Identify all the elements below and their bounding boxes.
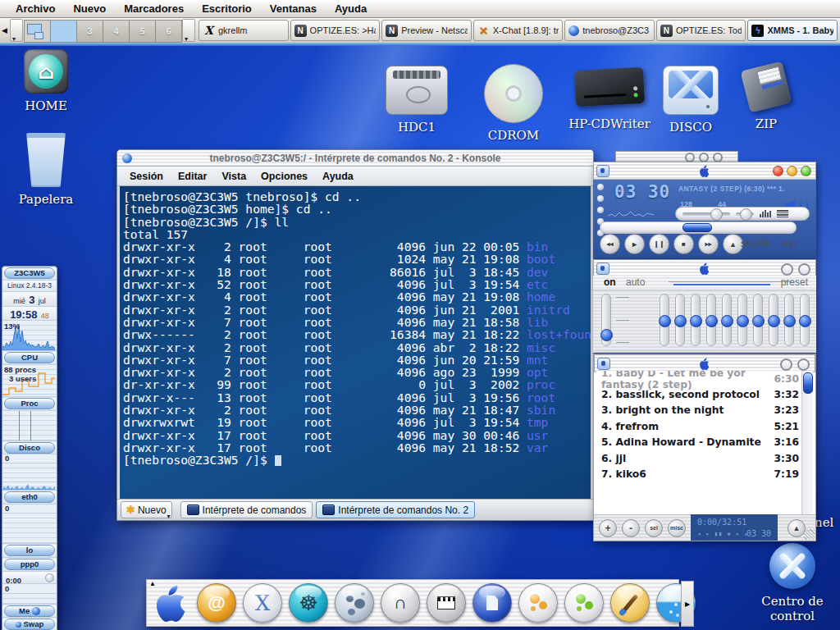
shuffle-toggle[interactable]: shuffle [741,237,772,249]
playback-time-display[interactable]: 03 30 [614,182,670,202]
eq-band-slider[interactable] [706,294,716,346]
select-button[interactable]: sel [645,519,663,537]
seek-bar[interactable] [600,221,797,234]
new-session-button[interactable]: ✱Nuevo [121,501,172,518]
x11-icon[interactable]: X [243,583,282,623]
previous-button[interactable]: ◂◂ [600,234,620,254]
next-button[interactable]: ▸▸ [698,234,719,254]
eq-band-slider[interactable] [784,294,794,346]
menu-ventanas[interactable]: Ventanas [261,2,326,15]
desktop-icon-cdwriter[interactable]: HP-CDWriter [564,69,655,131]
pager-desktop-5[interactable]: 5 [129,20,156,43]
gkrellm-proc-label[interactable]: Proc [4,398,55,409]
remove-track-button[interactable]: - [622,519,640,537]
mac-face-icon[interactable] [596,262,609,275]
apple-icon[interactable] [153,584,190,622]
close-button[interactable] [798,263,810,276]
terminal-output[interactable]: [tnebroso@Z3C3W5 tnebroso]$ cd ..[tnebro… [120,186,591,499]
playlist-scrollbar[interactable] [801,371,813,514]
konsole-menu-sesion[interactable]: Sesión [122,171,171,182]
globe-icon[interactable] [335,583,374,623]
equalizer-titlebar[interactable] [593,259,816,277]
misc-button[interactable]: misc [668,519,686,537]
task-button[interactable]: gkrellm [199,20,289,41]
pager-desktop-4[interactable]: 4 [103,20,130,43]
seek-thumb[interactable] [682,223,712,232]
playlist-item[interactable]: 7. kiko6 7:19 [596,466,802,482]
pager-desktop-6[interactable]: 6 [155,20,182,43]
helm-icon[interactable]: ☸ [289,583,328,623]
playlist-item[interactable]: 4. frefrom 5:21 [596,418,802,434]
shade-button[interactable] [781,263,793,276]
gkrellm-cpu-label[interactable]: CPU [4,352,55,363]
eq-band-slider[interactable] [675,294,685,346]
gkrellm-disk-label[interactable]: Disco [4,442,55,454]
add-track-button[interactable]: + [599,519,617,537]
eq-band-slider[interactable] [737,294,747,346]
menu-nuevo[interactable]: Nuevo [64,2,115,15]
menu-marcadores[interactable]: Marcadores [115,2,193,15]
task-button[interactable]: Preview - Netscap [381,20,472,41]
repeat-toggle[interactable]: rep [782,237,797,249]
eq-band-slider[interactable] [769,294,778,346]
close-button[interactable] [797,358,810,371]
mini-transport-icons[interactable]: ◂ ▸ ▮▮ ▪ ▸ ▴ [697,531,749,537]
gkrellm-timer[interactable]: 0:00 [2,572,57,584]
molecule-orange-icon[interactable] [518,583,558,623]
gkrellm-lo-label[interactable]: lo [4,545,55,556]
scrollbar-thumb[interactable] [803,372,813,394]
menu-ayuda[interactable]: Ayuda [326,2,376,15]
resize-grip[interactable] [804,529,815,540]
headphones-icon[interactable]: ∩ [381,583,420,623]
taskbar-grip[interactable] [182,19,195,42]
task-button[interactable]: tnebroso@Z3C3 [564,20,655,41]
shade-button[interactable] [801,166,811,176]
eq-band-slider[interactable] [660,294,669,346]
documents-icon[interactable] [472,583,512,623]
desktop-icon-zip[interactable]: ZIP [727,66,806,131]
pager-desktop-3[interactable]: 3 [76,20,103,43]
konsole-window-icon[interactable] [122,153,132,163]
minimize-button[interactable] [787,166,797,176]
konsole-menu-ayuda[interactable]: Ayuda [315,171,361,182]
analyzer-icon[interactable] [760,210,771,217]
mac-face-icon[interactable] [596,165,609,177]
eq-preset-button[interactable]: preset [781,276,808,288]
stop-button[interactable]: ■ [673,234,694,254]
menu-escritorio[interactable]: Escritorio [193,2,261,15]
konsole-menu-editar[interactable]: Editar [171,171,214,182]
play-button[interactable]: ▸ [624,234,645,254]
scope-lines-icon[interactable] [777,210,788,217]
playlist-eject-button[interactable]: ▲ [788,519,806,537]
gkrellm-mem-label[interactable]: Me [4,605,55,617]
desktop-icon-cdrom[interactable]: CDROM [474,64,553,143]
pager-desktop-2[interactable] [50,20,77,43]
eq-on-toggle[interactable]: on [604,276,616,288]
task-button[interactable]: XMMS - 1. Baby [747,20,838,41]
paintbrush-icon[interactable] [610,583,650,623]
close-button[interactable] [773,166,783,176]
mail-icon[interactable]: @ [197,583,236,623]
playlist-item[interactable]: 3. bright on the night 3:23 [596,403,802,418]
panel-grip[interactable] [10,19,23,42]
eq-band-slider[interactable] [753,294,763,346]
tab-session-2[interactable]: Intérprete de comandos No. 2 [316,501,475,518]
task-button[interactable]: OPTIZE.ES: Toda [656,20,746,41]
song-title-marquee[interactable]: ANTASY (2 STEP) (6:30) *** 1. [678,185,792,193]
eq-band-slider[interactable] [691,294,701,346]
playlist-item[interactable]: 5. Adina Howard - Dynamite 3:16 [596,435,802,450]
eq-band-slider[interactable] [722,294,732,346]
pager-desktop-1[interactable] [24,20,51,43]
volume-slider[interactable] [682,212,730,216]
gkrellm-hostname[interactable]: Z3C3W5 [4,267,55,279]
konsole-titlebar[interactable]: tnebroso@Z3C3W5:/ - Intérprete de comand… [117,150,593,167]
movie-icon[interactable] [427,583,466,623]
desktop-icon-disco[interactable]: DISCO [651,66,730,135]
eq-auto-toggle[interactable]: auto [626,276,645,288]
desktop-icon-home[interactable]: ⌂ HOME [7,49,85,113]
eq-band-slider[interactable] [800,294,810,346]
playlist-titlebar[interactable] [594,354,815,372]
desktop-icon-control-center[interactable]: Centro de control [753,543,832,623]
task-button[interactable]: OPTIZE.ES: >Ha [290,20,381,41]
molecule-green-icon[interactable] [564,583,604,623]
